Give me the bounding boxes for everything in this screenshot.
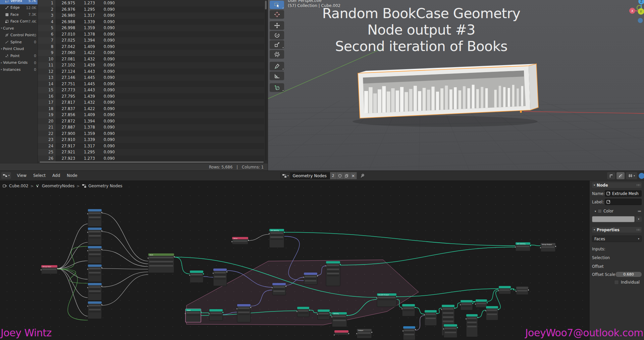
- offset-scale-field[interactable]: 0.680: [615, 272, 642, 277]
- fake-user-button[interactable]: [337, 172, 343, 179]
- sidebar-item-vertex[interactable]: Vertex5.7K: [0, 0, 38, 4]
- input-socket[interactable]: [515, 246, 516, 247]
- seed-node[interactable]: Seed: [185, 309, 202, 322]
- random-density-node[interactable]: Density: [331, 312, 347, 327]
- input-socket[interactable]: [87, 250, 88, 251]
- join-node[interactable]: [475, 299, 488, 307]
- cursor-3d-tool-button[interactable]: [270, 10, 284, 18]
- add-node[interactable]: [272, 283, 286, 295]
- output-socket[interactable]: [477, 317, 478, 318]
- random-value-node[interactable]: [87, 246, 102, 263]
- reroute-node[interactable]: [334, 330, 349, 336]
- input-socket[interactable]: [87, 287, 88, 288]
- output-socket[interactable]: [396, 296, 397, 297]
- output-socket[interactable]: [371, 332, 372, 333]
- sidebar-item-point[interactable]: Point0: [0, 52, 38, 59]
- overlay-sphere-icon[interactable]: [639, 173, 644, 179]
- color-checkbox[interactable]: [598, 209, 602, 213]
- bounding-box-node[interactable]: [401, 304, 416, 316]
- magnify-node[interactable]: [485, 306, 499, 320]
- scale-tool-button[interactable]: [270, 40, 284, 49]
- random-value-node[interactable]: [87, 228, 102, 245]
- output-socket[interactable]: [487, 302, 488, 303]
- node-panel-header[interactable]: ▾ Node ∷∷: [592, 182, 642, 188]
- output-socket[interactable]: [346, 315, 347, 316]
- sidebar-item-point-cloud[interactable]: ▾Point Cloud: [0, 46, 38, 53]
- set-position-node[interactable]: [460, 300, 473, 310]
- sidebar-item-volume-grids[interactable]: ▸Volume Grids0: [0, 59, 38, 66]
- output-socket[interactable]: [101, 230, 102, 231]
- input-socket[interactable]: [269, 233, 270, 234]
- density-node[interactable]: [443, 324, 458, 338]
- table-row[interactable]: 827.0421.4090.090: [38, 44, 264, 50]
- table-row[interactable]: 2327.9101.3390.090: [38, 137, 264, 143]
- properties-panel-header[interactable]: ▾ Properties ∷∷: [592, 227, 642, 233]
- random-value-node[interactable]: [87, 301, 102, 319]
- value-node[interactable]: Value: [231, 237, 249, 244]
- node-tree-name-field[interactable]: Geometry Nodes: [290, 172, 330, 179]
- table-row[interactable]: 526.9981.3590.090: [38, 25, 264, 31]
- input-socket[interactable]: [540, 247, 541, 248]
- book-group-node[interactable]: Book: [148, 253, 175, 273]
- new-copy-button[interactable]: [343, 172, 350, 179]
- table-row[interactable]: 1227.1241.4430.090: [38, 68, 264, 75]
- input-socket[interactable]: [213, 273, 214, 274]
- output-socket[interactable]: [226, 271, 227, 272]
- table-row[interactable]: 326.9801.3170.090: [38, 12, 264, 19]
- join-density-node[interactable]: [498, 286, 512, 294]
- editor-type-dropdown[interactable]: ▾: [1, 172, 11, 179]
- measure-tool-button[interactable]: [270, 71, 284, 80]
- output-socket[interactable]: [457, 327, 458, 328]
- sidebar-item-curve[interactable]: ▾Curve: [0, 25, 38, 32]
- table-row[interactable]: 1827.8371.4220.090: [38, 106, 264, 112]
- input-socket[interactable]: [325, 265, 326, 266]
- input-socket[interactable]: [189, 275, 190, 276]
- input-socket[interactable]: [356, 333, 357, 334]
- individual-checkbox[interactable]: [614, 280, 619, 285]
- input-socket[interactable]: [231, 241, 232, 242]
- output-socket[interactable]: [284, 232, 285, 233]
- table-row[interactable]: 126.9751.2730.090: [38, 0, 264, 6]
- expander-icon[interactable]: ▾: [0, 27, 3, 30]
- input-socket[interactable]: [466, 318, 467, 319]
- color-dropdown-button[interactable]: ▾: [636, 216, 642, 222]
- expander-icon[interactable]: ▾: [0, 48, 3, 50]
- input-socket[interactable]: [498, 290, 499, 291]
- set-density-node[interactable]: [317, 309, 330, 320]
- input-node[interactable]: [402, 326, 416, 340]
- bookcase-object[interactable]: [358, 64, 538, 118]
- table-row[interactable]: 627.0101.3780.090: [38, 31, 264, 38]
- join-density-node[interactable]: Join Density: [515, 242, 531, 251]
- 3d-viewport[interactable]: Z X Y User Perspective (57) Collection |…: [268, 0, 644, 171]
- input-socket[interactable]: [87, 269, 88, 270]
- snapping-dropdown[interactable]: ▾: [626, 172, 637, 179]
- color-subpanel-header[interactable]: ▾ Color ≔: [592, 209, 642, 213]
- output-socket[interactable]: [415, 329, 416, 330]
- pin-toggle[interactable]: [360, 174, 365, 178]
- input-socket[interactable]: [376, 297, 377, 298]
- spreadsheet-horizontal-scrollbar[interactable]: [40, 161, 264, 163]
- input-socket[interactable]: [317, 313, 318, 314]
- table-row[interactable]: 1427.7511.4450.090: [38, 81, 264, 87]
- table-row[interactable]: 2127.8871.3780.090: [38, 124, 264, 131]
- input-socket[interactable]: [516, 291, 517, 292]
- output-socket[interactable]: [203, 273, 204, 274]
- table-row[interactable]: 426.9881.3390.090: [38, 19, 264, 25]
- sidebar-item-face-corner[interactable]: Face Corner7.4K: [0, 18, 38, 25]
- multiply-node[interactable]: [213, 269, 227, 286]
- take-density-node[interactable]: [424, 310, 437, 326]
- group-input-node[interactable]: Group Input: [41, 265, 58, 274]
- menu-view[interactable]: View: [14, 171, 30, 180]
- table-row[interactable]: 1127.1021.4390.090: [38, 62, 264, 68]
- sidebar-item-edge[interactable]: Edge12.0K: [0, 4, 38, 11]
- table-row[interactable]: 2527.9211.2950.090: [38, 149, 264, 155]
- input-socket[interactable]: [441, 309, 442, 310]
- menu-node[interactable]: Node: [63, 171, 80, 180]
- unlink-button[interactable]: ×: [350, 172, 357, 179]
- sidebar-item-face[interactable]: Face7.3K: [0, 11, 38, 18]
- input-socket[interactable]: [185, 313, 186, 314]
- input-socket[interactable]: [424, 314, 425, 315]
- bounding-box-node[interactable]: [189, 271, 204, 283]
- output-socket[interactable]: [340, 264, 341, 265]
- input-socket[interactable]: [272, 287, 273, 288]
